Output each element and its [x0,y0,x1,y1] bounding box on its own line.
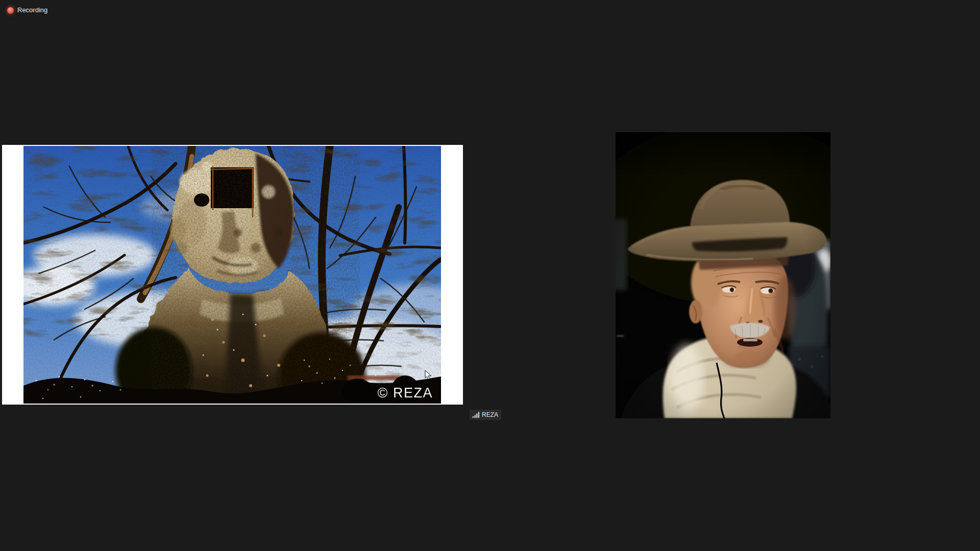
participant-video-tile[interactable] [616,132,830,418]
participant-video-image [616,132,830,418]
meeting-window: Recording [0,0,980,551]
signal-bars-icon [473,412,479,418]
presenter-name-badge: REZA [470,410,501,420]
recording-label: Recording [17,6,47,14]
statue-photo-image [23,146,441,404]
mouse-cursor-icon [425,370,432,380]
shared-screen: © REZA [2,145,463,405]
photo-watermark: © REZA [378,385,433,401]
recording-indicator: Recording [7,6,47,14]
shared-photo: © REZA [23,146,441,404]
presenter-name: REZA [482,410,498,420]
recording-dot-icon [7,7,14,14]
